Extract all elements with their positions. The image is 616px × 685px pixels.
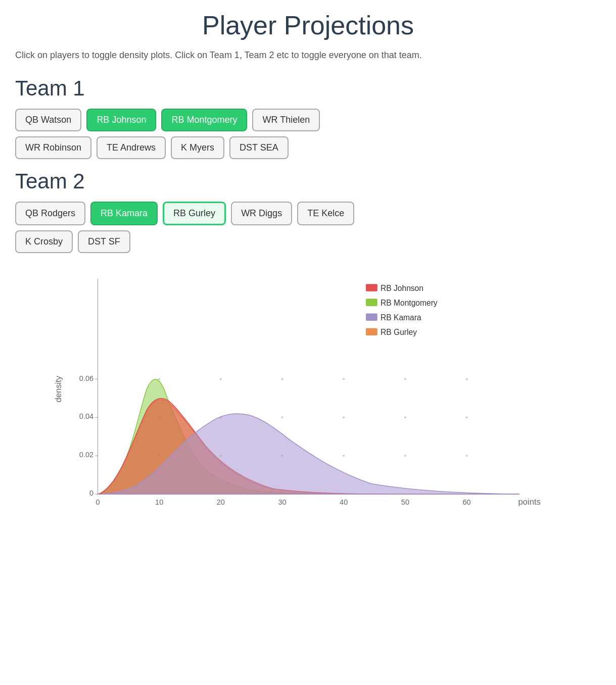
svg-point-26 <box>343 416 345 418</box>
player-qb-watson[interactable]: QB Watson <box>15 109 81 131</box>
svg-point-25 <box>281 416 283 418</box>
svg-point-22 <box>466 378 468 380</box>
player-wr-thielen[interactable]: WR Thielen <box>252 109 320 131</box>
player-rb-montgomery[interactable]: RB Montgomery <box>161 109 247 131</box>
svg-text:40: 40 <box>340 498 348 506</box>
svg-point-28 <box>466 416 468 418</box>
player-rb-johnson[interactable]: RB Johnson <box>86 109 156 131</box>
team1-section: Team 1 QB Watson RB Johnson RB Montgomer… <box>15 76 601 159</box>
svg-point-32 <box>343 455 345 457</box>
legend-label-kamara: RB Kamara <box>381 313 421 322</box>
density-chart-container: density 0 0.02 0.04 0.06 0 10 20 30 40 5… <box>15 268 601 533</box>
svg-point-27 <box>404 416 406 418</box>
svg-text:0: 0 <box>96 498 100 506</box>
team2-row2: K Crosby DST SF <box>15 230 601 253</box>
svg-text:0.02: 0.02 <box>79 451 93 459</box>
legend-swatch-kamara <box>366 313 377 321</box>
svg-point-33 <box>404 455 406 457</box>
team2-title[interactable]: Team 2 <box>15 169 601 193</box>
team2-section: Team 2 QB Rodgers RB Kamara RB Gurley WR… <box>15 169 601 253</box>
svg-point-34 <box>466 455 468 457</box>
page-subtitle: Click on players to toggle density plots… <box>15 48 601 62</box>
svg-text:20: 20 <box>217 498 225 506</box>
x-axis-label: points <box>518 497 541 507</box>
density-chart-svg: density 0 0.02 0.04 0.06 0 10 20 30 40 5… <box>15 268 601 531</box>
player-k-myers[interactable]: K Myers <box>171 136 224 159</box>
svg-point-17 <box>158 378 160 380</box>
svg-point-20 <box>343 378 345 380</box>
player-rb-kamara[interactable]: RB Kamara <box>90 202 158 225</box>
svg-text:0: 0 <box>89 489 93 497</box>
legend-label-johnson: RB Johnson <box>381 284 423 292</box>
team2-row1: QB Rodgers RB Kamara RB Gurley WR Diggs … <box>15 202 601 225</box>
svg-point-18 <box>220 378 222 380</box>
svg-point-19 <box>281 378 283 380</box>
player-rb-gurley[interactable]: RB Gurley <box>163 202 226 225</box>
svg-text:30: 30 <box>278 498 286 506</box>
svg-text:0.06: 0.06 <box>79 374 93 382</box>
legend-label-gurley: RB Gurley <box>381 328 417 336</box>
player-qb-rodgers[interactable]: QB Rodgers <box>15 202 85 225</box>
svg-point-21 <box>404 378 406 380</box>
player-wr-robinson[interactable]: WR Robinson <box>15 136 91 159</box>
svg-text:60: 60 <box>462 498 470 506</box>
svg-text:10: 10 <box>155 498 163 506</box>
legend-label-montgomery: RB Montgomery <box>381 299 438 307</box>
y-axis-label: density <box>54 375 63 402</box>
svg-text:50: 50 <box>401 498 409 506</box>
player-k-crosby[interactable]: K Crosby <box>15 230 73 253</box>
legend-swatch-gurley <box>366 328 377 336</box>
player-dst-sea[interactable]: DST SEA <box>229 136 289 159</box>
player-wr-diggs[interactable]: WR Diggs <box>231 202 292 225</box>
player-dst-sf[interactable]: DST SF <box>78 230 130 253</box>
team1-row2: WR Robinson TE Andrews K Myers DST SEA <box>15 136 601 159</box>
player-te-andrews[interactable]: TE Andrews <box>97 136 166 159</box>
svg-text:0.04: 0.04 <box>79 412 93 420</box>
team1-row1: QB Watson RB Johnson RB Montgomery WR Th… <box>15 109 601 131</box>
team1-title[interactable]: Team 1 <box>15 76 601 101</box>
legend-swatch-johnson <box>366 284 377 291</box>
player-te-kelce[interactable]: TE Kelce <box>297 202 354 225</box>
page-title: Player Projections <box>15 10 601 40</box>
legend-swatch-montgomery <box>366 299 377 306</box>
